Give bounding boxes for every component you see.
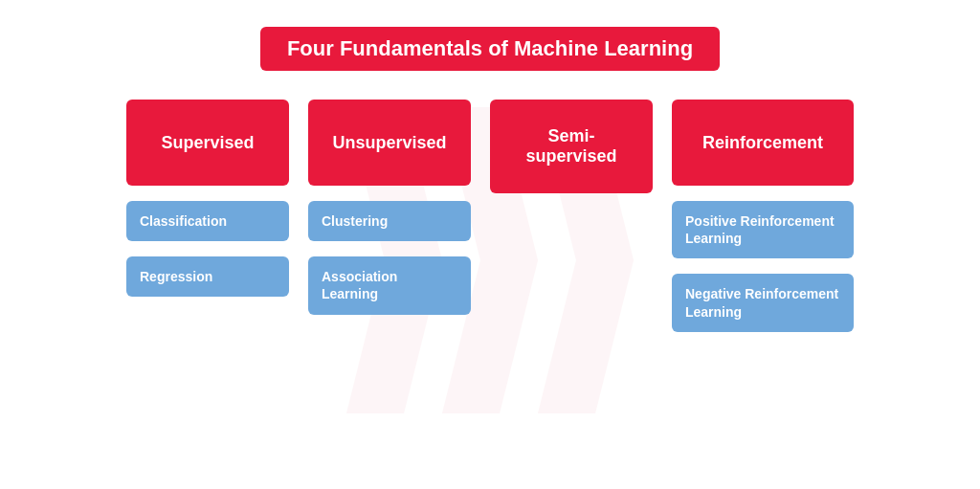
column-reinforcement: Reinforcement Positive Reinforcement Lea… (672, 100, 854, 332)
content-area: Supervised Classification Regression Uns… (0, 100, 980, 332)
sub-negative-rl: Negative Reinforcement Learning (672, 274, 854, 331)
title-container: Four Fundamentals of Machine Learning (0, 0, 980, 71)
sub-classification: Classification (126, 201, 289, 241)
category-supervised: Supervised (126, 100, 289, 186)
column-unsupervised: Unsupervised Clustering Association Lear… (308, 100, 471, 332)
sub-association: Association Learning (308, 256, 471, 314)
sub-clustering: Clustering (308, 201, 471, 241)
category-unsupervised: Unsupervised (308, 100, 471, 186)
column-supervised: Supervised Classification Regression (126, 100, 289, 332)
column-semi: Semi-supervised (490, 100, 653, 332)
page: Four Fundamentals of Machine Learning Su… (0, 0, 980, 489)
sub-positive-rl: Positive Reinforcement Learning (672, 201, 854, 258)
sub-regression: Regression (126, 256, 289, 297)
category-semi: Semi-supervised (490, 100, 653, 193)
page-title: Four Fundamentals of Machine Learning (260, 27, 720, 71)
category-reinforcement: Reinforcement (672, 100, 854, 186)
